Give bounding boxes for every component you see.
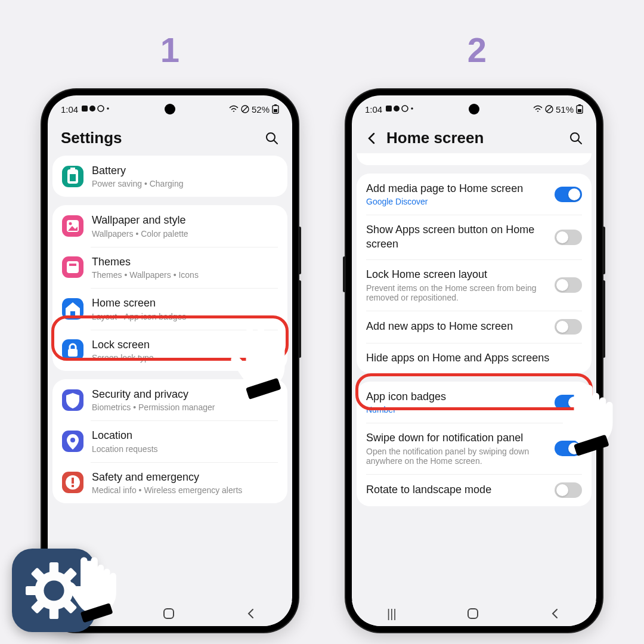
svg-line-22 — [578, 140, 581, 144]
no-data-icon — [545, 105, 553, 113]
list-row[interactable]: Safety and emergency Medical info • Wire… — [52, 462, 287, 503]
row-subtitle: Themes • Wallpapers • Icons — [92, 270, 278, 280]
list-row[interactable]: App icon badges Number — [357, 382, 592, 423]
gear-icon — [26, 562, 82, 619]
phone-side-button — [602, 280, 605, 358]
home-icon — [62, 298, 83, 320]
row-subtitle: Google Discover — [366, 197, 546, 206]
nav-home-icon[interactable] — [467, 608, 479, 620]
status-battery-pct: 52% — [252, 104, 270, 114]
list-row[interactable]: Location Location requests — [52, 420, 287, 462]
row-label: Rotate to landscape mode — [366, 483, 546, 497]
list-row[interactable]: Themes Themes • Wallpapers • Icons — [52, 247, 287, 288]
row-label: Add media page to Home screen — [366, 182, 546, 196]
status-indicator-icons — [385, 105, 414, 113]
row-subtitle: Biometrics • Permission manager — [92, 402, 278, 412]
list-row[interactable]: Lock Home screen layout Prevent items on… — [357, 259, 592, 310]
toggle-switch[interactable] — [555, 482, 582, 498]
phone-mockup-2: 1:04 51% Home screen Add media page to H… — [346, 89, 602, 632]
row-label: Show Apps screen button on Home screen — [366, 223, 546, 251]
list-row[interactable]: Battery Power saving • Charging — [52, 156, 287, 197]
settings-app-icon[interactable] — [12, 549, 95, 632]
svg-rect-11 — [164, 609, 174, 618]
app-bar: Settings — [48, 118, 292, 156]
list-row[interactable]: Home screen Layout • App icon badges — [52, 288, 287, 329]
settings-card: Wallpaper and style Wallpapers • Color p… — [52, 205, 287, 371]
phone-side-button — [343, 256, 346, 292]
toggle-switch[interactable] — [555, 230, 582, 245]
list-row[interactable]: Show Apps screen button on Home screen — [357, 215, 592, 259]
row-text: App icon badges Number — [366, 390, 546, 414]
row-label: Swipe down for notification panel — [366, 431, 546, 445]
row-label: Lock Home screen layout — [366, 268, 546, 281]
list-row[interactable]: Wallpaper and style Wallpapers • Color p… — [52, 205, 287, 246]
toggle-switch[interactable] — [555, 187, 582, 202]
sos-icon — [62, 472, 83, 493]
row-text: Home screen Layout • App icon badges — [92, 296, 278, 321]
status-time: 1:04 — [365, 104, 382, 114]
row-text: Lock screen Screen lock type — [92, 338, 278, 363]
list-row[interactable]: Rotate to landscape mode — [357, 474, 592, 506]
row-text: Lock Home screen layout Prevent items on… — [366, 268, 546, 302]
toggle-switch[interactable] — [555, 395, 582, 410]
row-label: Wallpaper and style — [92, 213, 278, 227]
row-subtitle: Wallpapers • Color palette — [92, 229, 278, 239]
row-subtitle: Screen lock type — [92, 353, 278, 363]
partial-card — [357, 153, 592, 165]
list-row[interactable]: Hide apps on Home and Apps screens — [357, 343, 592, 373]
row-subtitle: Open the notification panel by swiping d… — [366, 447, 546, 466]
row-subtitle: Prevent items on the Home screen from be… — [366, 283, 546, 302]
list-row[interactable]: Add new apps to Home screen — [357, 311, 592, 343]
settings-card: App icon badges Number Swipe down for no… — [357, 382, 592, 506]
svg-rect-8 — [274, 109, 277, 112]
back-icon[interactable] — [365, 132, 378, 145]
svg-point-2 — [98, 106, 104, 112]
row-text: Rotate to landscape mode — [366, 483, 546, 497]
status-time: 1:04 — [61, 104, 78, 114]
svg-rect-31 — [26, 586, 37, 595]
toggle-switch[interactable] — [555, 441, 582, 456]
search-icon[interactable] — [265, 131, 279, 145]
row-text: Swipe down for notification panel Open t… — [366, 431, 546, 465]
android-nav-bar: ||| — [352, 601, 596, 626]
list-row[interactable]: Security and privacy Biometrics • Permis… — [52, 379, 287, 420]
row-label: Lock screen — [92, 338, 278, 352]
row-subtitle: Number — [366, 405, 546, 414]
row-label: Add new apps to Home screen — [366, 320, 546, 333]
row-text: Safety and emergency Medical info • Wire… — [92, 470, 278, 495]
nav-back-icon[interactable] — [549, 608, 561, 620]
list-row[interactable]: Lock screen Screen lock type — [52, 330, 287, 371]
settings-card: Add media page to Home screen Google Dis… — [357, 174, 592, 373]
wifi-icon — [533, 105, 543, 113]
location-icon — [62, 431, 83, 452]
svg-rect-19 — [578, 104, 581, 106]
row-label: Safety and emergency — [92, 470, 278, 484]
nav-back-icon[interactable] — [245, 608, 257, 620]
page-title: Home screen — [386, 129, 561, 147]
svg-rect-25 — [49, 562, 58, 574]
row-text: Themes Themes • Wallpapers • Icons — [92, 255, 278, 280]
list-row[interactable]: Swipe down for notification panel Open t… — [357, 423, 592, 473]
row-text: Battery Power saving • Charging — [92, 164, 278, 188]
themes-icon — [62, 256, 83, 278]
row-label: Battery — [92, 164, 278, 178]
svg-line-10 — [274, 140, 277, 144]
row-text: Show Apps screen button on Home screen — [366, 223, 546, 251]
svg-line-5 — [243, 107, 247, 112]
toggle-switch[interactable] — [555, 319, 582, 335]
status-indicator-icons — [80, 105, 110, 113]
nav-recent-icon[interactable]: ||| — [387, 607, 397, 621]
no-data-icon — [241, 105, 249, 113]
svg-rect-20 — [578, 109, 581, 112]
svg-rect-0 — [82, 106, 88, 112]
svg-point-13 — [394, 106, 400, 112]
step-number-1: 1 — [152, 30, 188, 70]
nav-home-icon[interactable] — [163, 608, 175, 620]
search-icon[interactable] — [569, 131, 583, 145]
svg-point-3 — [107, 107, 109, 109]
step-number-2: 2 — [459, 30, 495, 70]
toggle-switch[interactable] — [555, 277, 582, 293]
list-row[interactable]: Add media page to Home screen Google Dis… — [357, 174, 592, 215]
phone-side-button — [298, 280, 301, 358]
row-text: Add new apps to Home screen — [366, 320, 546, 333]
